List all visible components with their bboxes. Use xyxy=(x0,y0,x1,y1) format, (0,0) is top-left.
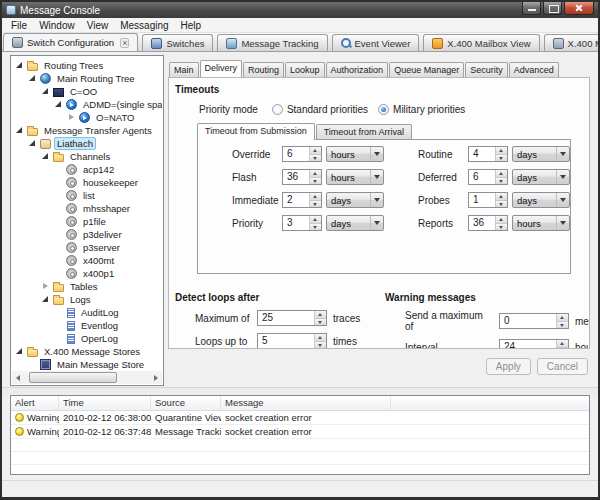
spinner-value[interactable]: 0 xyxy=(500,314,556,328)
spinner-value[interactable]: 3 xyxy=(283,216,309,230)
spinner-value[interactable]: 6 xyxy=(283,147,309,161)
radio-standard-priorities[interactable]: Standard priorities xyxy=(272,104,368,115)
close-tab-icon[interactable]: × xyxy=(120,38,129,48)
spin-up-icon[interactable] xyxy=(557,340,568,348)
tree-item-main-routing-tree[interactable]: Main Routing Tree xyxy=(12,72,162,85)
unit-dropdown[interactable]: days xyxy=(512,146,570,162)
spinner-value[interactable]: 36 xyxy=(283,170,309,184)
spin-down-icon[interactable] xyxy=(557,322,568,329)
tree-item-message-transfer-agents[interactable]: Message Transfer Agents xyxy=(12,124,162,137)
unit-dropdown[interactable]: hours xyxy=(512,215,570,231)
editor-tab-security[interactable]: Security xyxy=(465,62,508,77)
column-header-source[interactable]: Source xyxy=(151,396,221,410)
tree-item-housekeeper[interactable]: housekeeper xyxy=(12,176,162,189)
spinner-value[interactable]: 36 xyxy=(469,216,495,230)
cancel-button[interactable]: Cancel xyxy=(537,358,588,375)
menu-window[interactable]: Window xyxy=(33,20,81,31)
expander-expanded-icon[interactable] xyxy=(28,74,37,83)
editor-tab-routing[interactable]: Routing xyxy=(243,62,284,77)
spin-up-icon[interactable] xyxy=(496,193,507,201)
tree-item-p1file[interactable]: p1file xyxy=(12,215,162,228)
expander-expanded-icon[interactable] xyxy=(41,87,50,96)
view-tab-switch-configuration[interactable]: Switch Configuration× xyxy=(3,33,138,51)
spin-down-icon[interactable] xyxy=(310,155,321,162)
tree-item-main-message-store[interactable]: Main Message Store xyxy=(12,358,162,371)
scrollbar-thumb[interactable] xyxy=(29,372,117,383)
tree-item-eventlog[interactable]: Eventlog xyxy=(12,319,162,332)
expander-expanded-icon[interactable] xyxy=(54,100,63,109)
unit-dropdown[interactable]: hours xyxy=(326,146,384,162)
view-tab-x-400-mailbox-view[interactable]: X.400 Mailbox View xyxy=(423,34,539,51)
unit-dropdown[interactable]: hours xyxy=(326,169,384,185)
editor-tab-queue-manager[interactable]: Queue Manager xyxy=(389,62,464,77)
spin-down-icon[interactable] xyxy=(557,348,568,350)
unit-dropdown[interactable]: days xyxy=(512,169,570,185)
alert-row[interactable]: Warning2010-02-12 06:38:00Quarantine Vie… xyxy=(11,411,589,425)
spinner-value[interactable]: 2 xyxy=(283,193,309,207)
spin-up-icon[interactable] xyxy=(496,170,507,178)
tree-item-tables[interactable]: Tables xyxy=(12,280,162,293)
tree-item-p3deliver[interactable]: p3deliver xyxy=(12,228,162,241)
expander-expanded-icon[interactable] xyxy=(15,126,24,135)
spin-up-icon[interactable] xyxy=(315,311,326,319)
menu-help[interactable]: Help xyxy=(175,20,208,31)
spin-down-icon[interactable] xyxy=(315,319,326,326)
subtab-timeout-from-arrival[interactable]: Timeout from Arrival xyxy=(316,124,412,139)
scroll-left-icon[interactable] xyxy=(12,371,25,384)
expander-collapsed-icon[interactable] xyxy=(67,113,76,122)
spinner-value[interactable]: 1 xyxy=(469,193,495,207)
column-header-message[interactable]: Message xyxy=(221,396,391,410)
tree-item-channels[interactable]: Channels xyxy=(12,150,162,163)
tree-item-p3server[interactable]: p3server xyxy=(12,241,162,254)
expander-expanded-icon[interactable] xyxy=(28,139,37,148)
column-header-alert[interactable]: Alert xyxy=(11,396,59,410)
tree-item-x400mt[interactable]: x400mt xyxy=(12,254,162,267)
spin-up-icon[interactable] xyxy=(310,147,321,155)
tree-item-list[interactable]: list xyxy=(12,189,162,202)
editor-tab-lookup[interactable]: Lookup xyxy=(285,62,325,77)
editor-tab-delivery[interactable]: Delivery xyxy=(200,60,243,77)
spinner-value[interactable]: 5 xyxy=(258,334,314,348)
scroll-right-icon[interactable] xyxy=(149,371,162,384)
expander-expanded-icon[interactable] xyxy=(41,295,50,304)
unit-dropdown[interactable]: days xyxy=(326,192,384,208)
tree-item-admd-single-space[interactable]: ADMD=(single space xyxy=(12,98,162,111)
tree-item-x-400-message-stores[interactable]: X.400 Message Stores xyxy=(12,345,162,358)
spin-down-icon[interactable] xyxy=(496,178,507,185)
tree-item-mhsshaper[interactable]: mhsshaper xyxy=(12,202,162,215)
spin-down-icon[interactable] xyxy=(310,201,321,208)
expander-expanded-icon[interactable] xyxy=(41,152,50,161)
expander-expanded-icon[interactable] xyxy=(15,61,24,70)
close-button[interactable] xyxy=(564,2,594,15)
unit-dropdown[interactable]: days xyxy=(326,215,384,231)
expander-expanded-icon[interactable] xyxy=(15,347,24,356)
tree-item-liathach[interactable]: Liathach xyxy=(12,137,162,150)
view-tab-switches[interactable]: Switches xyxy=(142,34,213,51)
view-tab-x-400-message-stores[interactable]: X.400 Message Stores xyxy=(544,34,600,51)
splitter-sash[interactable] xyxy=(2,387,598,395)
tree-item-c-oo[interactable]: C=OO xyxy=(12,85,162,98)
spin-up-icon[interactable] xyxy=(310,193,321,201)
view-tab-event-viewer[interactable]: Event Viewer xyxy=(332,34,420,51)
spin-down-icon[interactable] xyxy=(310,224,321,231)
tree-horizontal-scrollbar[interactable] xyxy=(12,371,162,384)
spinner-value[interactable]: 6 xyxy=(469,170,495,184)
spinner-value[interactable]: 25 xyxy=(258,311,314,325)
spin-down-icon[interactable] xyxy=(496,155,507,162)
tree-item-routing-trees[interactable]: Routing Trees xyxy=(12,59,162,72)
spin-up-icon[interactable] xyxy=(315,334,326,342)
editor-tab-main[interactable]: Main xyxy=(169,62,199,77)
tree-item-logs[interactable]: Logs xyxy=(12,293,162,306)
spin-down-icon[interactable] xyxy=(310,178,321,185)
menu-file[interactable]: File xyxy=(5,20,33,31)
spin-up-icon[interactable] xyxy=(557,314,568,322)
tree-item-operlog[interactable]: OperLog xyxy=(12,332,162,345)
alert-row[interactable]: Warning2010-02-12 06:37:48Message Tracki… xyxy=(11,425,589,439)
editor-tab-authorization[interactable]: Authorization xyxy=(326,62,389,77)
radio-military-priorities[interactable]: Military priorities xyxy=(378,104,465,115)
spin-up-icon[interactable] xyxy=(496,216,507,224)
subtab-timeout-from-submission[interactable]: Timeout from Submission xyxy=(197,123,315,140)
spinner-value[interactable]: 24 xyxy=(500,340,556,349)
spin-up-icon[interactable] xyxy=(496,147,507,155)
tree-item-x400p1[interactable]: x400p1 xyxy=(12,267,162,280)
